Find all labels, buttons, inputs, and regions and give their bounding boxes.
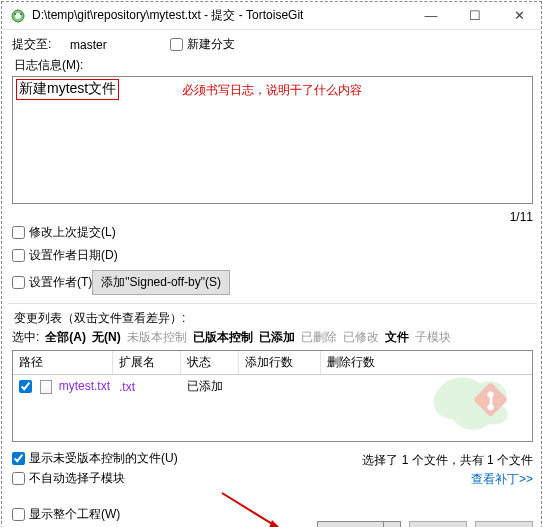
row-ext: .txt [113, 377, 181, 397]
minimize-button[interactable]: — [409, 4, 453, 28]
changes-table: 路径 扩展名 状态 添加行数 删除行数 mytest.txt .txt 已添加 [12, 350, 533, 442]
amend-option[interactable]: 修改上次提交(L) [12, 224, 116, 241]
filter-deleted[interactable]: 已删除 [301, 329, 337, 346]
no-autoselect-sub-option[interactable]: 不自动选择子模块 [12, 470, 125, 487]
log-annotation: 必须书写日志，说明干了什么内容 [182, 82, 362, 99]
col-status[interactable]: 状态 [181, 351, 239, 374]
new-branch-label: 新建分支 [187, 36, 235, 53]
filter-added[interactable]: 已添加 [259, 329, 295, 346]
row-filename: mytest.txt [59, 379, 110, 393]
commit-split-button[interactable]: 提交(O) ▼ [317, 521, 401, 527]
titlebar: D:\temp\git\repository\mytest.txt - 提交 -… [2, 2, 541, 30]
window-title: D:\temp\git\repository\mytest.txt - 提交 -… [32, 7, 409, 24]
commit-dialog: D:\temp\git\repository\mytest.txt - 提交 -… [1, 1, 542, 527]
row-dellines [321, 384, 532, 390]
commit-button[interactable]: 提交(O) [317, 521, 383, 527]
no-autoselect-sub-checkbox[interactable] [12, 472, 25, 485]
file-icon [40, 380, 52, 394]
filter-submodules[interactable]: 子模块 [415, 329, 451, 346]
col-addlines[interactable]: 添加行数 [239, 351, 321, 374]
row-addlines [239, 384, 321, 390]
amend-checkbox[interactable] [12, 226, 25, 239]
selection-summary: 选择了 1 个文件，共有 1 个文件 [362, 452, 533, 469]
col-path[interactable]: 路径 [13, 351, 113, 374]
table-row[interactable]: mytest.txt .txt 已添加 [13, 375, 532, 398]
author-date-checkbox[interactable] [12, 249, 25, 262]
app-icon [10, 8, 26, 24]
col-ext[interactable]: 扩展名 [113, 351, 181, 374]
changes-header: 变更列表（双击文件查看差异）: [14, 310, 533, 327]
col-dellines[interactable]: 删除行数 [321, 351, 532, 374]
filter-files[interactable]: 文件 [385, 329, 409, 346]
help-button[interactable]: 帮助 [475, 521, 533, 527]
cancel-button[interactable]: 取消 [409, 521, 467, 527]
selected-label: 选中: [12, 329, 39, 346]
commit-dropdown[interactable]: ▼ [383, 521, 401, 527]
row-status: 已添加 [181, 375, 239, 398]
svg-point-6 [486, 403, 495, 412]
signed-off-button[interactable]: 添加"Signed-off-by"(S) [92, 270, 230, 295]
new-branch-checkbox[interactable] [170, 38, 183, 51]
filter-modified[interactable]: 已修改 [343, 329, 379, 346]
view-patch-link[interactable]: 查看补丁>> [471, 471, 533, 488]
commit-to-label: 提交至: [12, 36, 70, 53]
set-author-checkbox[interactable] [12, 276, 25, 289]
log-message-label: 日志信息(M): [14, 57, 533, 74]
log-counter: 1/11 [12, 210, 533, 224]
close-button[interactable]: ✕ [497, 4, 541, 28]
svg-point-3 [20, 13, 22, 15]
filter-none[interactable]: 无(N) [92, 329, 121, 346]
svg-point-2 [14, 13, 16, 15]
branch-name: master [70, 38, 170, 52]
show-unversioned-option[interactable]: 显示未受版本控制的文件(U) [12, 450, 178, 467]
set-author-option[interactable]: 设置作者(T) [12, 274, 92, 291]
row-checkbox[interactable] [19, 380, 32, 393]
filter-unversioned[interactable]: 未版本控制 [127, 329, 187, 346]
log-message-text: 新建mytest文件 [16, 79, 119, 100]
show-unversioned-checkbox[interactable] [12, 452, 25, 465]
new-branch-option[interactable]: 新建分支 [170, 36, 235, 53]
author-date-option[interactable]: 设置作者日期(D) [12, 247, 118, 264]
whole-project-option[interactable]: 显示整个工程(W) [12, 506, 120, 523]
filter-versioned[interactable]: 已版本控制 [193, 329, 253, 346]
maximize-button[interactable]: ☐ [453, 4, 497, 28]
whole-project-checkbox[interactable] [12, 508, 25, 521]
filter-all[interactable]: 全部(A) [45, 329, 86, 346]
